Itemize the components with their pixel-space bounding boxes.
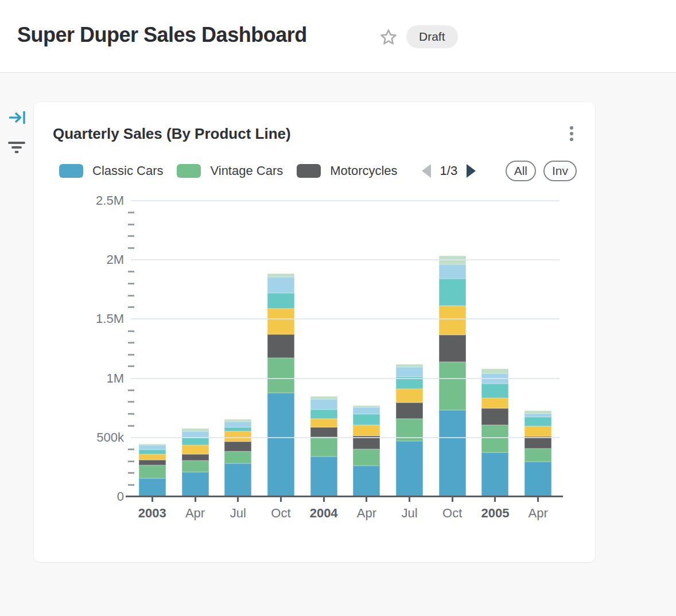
top-header: Super Duper Sales Dashboard Draft [0, 0, 676, 73]
bar-segment[interactable] [139, 450, 166, 454]
bar-stack [139, 444, 166, 496]
bar-stack [439, 256, 466, 496]
bar-group-Oct-7 [431, 201, 474, 496]
bar-group-Apr-9 [516, 201, 560, 496]
legend-pager: 1/3 [422, 163, 476, 178]
bar-segment[interactable] [267, 277, 294, 293]
x-axis-label-Jul: Jul [388, 506, 431, 521]
gridline-500k [131, 437, 560, 438]
bar-segment[interactable] [182, 454, 209, 461]
bar-segment[interactable] [481, 369, 508, 373]
bar-segment[interactable] [182, 472, 209, 496]
bar-segment[interactable] [139, 478, 166, 496]
gridline-1.5M [131, 318, 560, 319]
legend-label: Classic Cars [92, 163, 163, 178]
expand-panel-icon[interactable] [8, 109, 26, 128]
bar-group-Apr-1 [174, 201, 217, 496]
bar-segment[interactable] [481, 384, 508, 398]
x-axis-tick [195, 497, 196, 502]
bar-segment[interactable] [525, 462, 551, 496]
bar-segment[interactable] [182, 461, 209, 472]
bar-segment[interactable] [182, 438, 209, 445]
status-badge: Draft [406, 25, 458, 48]
bar-segment[interactable] [139, 445, 166, 449]
bar-segment[interactable] [310, 399, 337, 410]
bar-segment[interactable] [396, 389, 423, 403]
x-axis-tick [237, 497, 239, 502]
bar-segment[interactable] [439, 362, 466, 411]
bar-segment[interactable] [224, 463, 251, 496]
x-axis-label-Oct: Oct [431, 506, 474, 521]
bar-segment[interactable] [139, 454, 166, 460]
legend-invert-button[interactable]: Inv [543, 161, 577, 181]
legend-item-classic-cars[interactable]: Classic Cars [59, 163, 163, 178]
y-axis-label-2M: 2M [80, 254, 124, 266]
bar-segment[interactable] [481, 408, 508, 425]
bar-stack [353, 406, 380, 496]
bar-segment[interactable] [310, 457, 337, 496]
bar-segment[interactable] [353, 449, 380, 466]
bar-group-Oct-3 [259, 201, 302, 496]
y-axis-label-0: 0 [80, 490, 124, 503]
bar-segment[interactable] [139, 460, 166, 465]
bar-segment[interactable] [439, 264, 466, 279]
bar-segment[interactable] [396, 403, 423, 419]
bar-segment[interactable] [310, 410, 337, 418]
bar-segment[interactable] [525, 436, 551, 449]
bar-segment[interactable] [224, 431, 251, 442]
legend-item-motorcycles[interactable]: Motorcycles [297, 163, 397, 178]
bar-segment[interactable] [353, 407, 380, 414]
x-axis-tick [280, 497, 282, 502]
bar-segment[interactable] [439, 306, 466, 336]
bar-segment[interactable] [353, 425, 380, 436]
x-axis-label-Jul: Jul [216, 506, 259, 521]
bar-segment[interactable] [267, 309, 294, 334]
bar-segment[interactable] [396, 367, 423, 377]
bar-segment[interactable] [139, 465, 166, 478]
legend-prev-icon[interactable] [422, 164, 431, 178]
x-axis-label-Apr: Apr [516, 506, 560, 521]
bar-group-Apr-5 [345, 201, 388, 496]
bar-segment[interactable] [481, 398, 508, 409]
bar-segment[interactable] [353, 466, 380, 496]
legend-item-vintage-cars[interactable]: Vintage Cars [177, 163, 283, 178]
bar-segment[interactable] [267, 334, 294, 357]
bar-segment[interactable] [481, 453, 508, 496]
x-axis-tick [452, 497, 453, 502]
x-axis-tick [409, 497, 410, 502]
bar-segment[interactable] [525, 426, 551, 436]
legend-swatch [177, 164, 201, 178]
bar-segment[interactable] [224, 422, 251, 427]
gridline-1M [131, 378, 560, 379]
x-axis-label-2003: 2003 [131, 506, 174, 521]
bar-segment[interactable] [525, 417, 551, 427]
bar-segment[interactable] [224, 442, 251, 451]
x-axis-tick [323, 497, 325, 502]
bar-segment[interactable] [310, 419, 337, 427]
bar-segment[interactable] [525, 449, 551, 462]
bar-segment[interactable] [182, 445, 209, 454]
bar-segment[interactable] [439, 410, 466, 496]
bar-segment[interactable] [267, 393, 294, 496]
bar-segment[interactable] [439, 335, 466, 361]
x-axis-label-Apr: Apr [345, 506, 388, 521]
chart-card: Quarterly Sales (By Product Line) Classi… [34, 102, 595, 562]
bar-segment[interactable] [353, 414, 380, 426]
bar-stack [267, 274, 294, 496]
bar-segment[interactable] [310, 437, 337, 457]
bar-segment[interactable] [439, 279, 466, 305]
bar-segment[interactable] [267, 358, 294, 393]
bar-segment[interactable] [396, 441, 423, 496]
bar-group-Jul-2 [216, 201, 259, 496]
star-favorite-icon[interactable] [379, 28, 398, 47]
filter-icon[interactable] [8, 140, 25, 157]
bar-segment[interactable] [224, 451, 251, 464]
bar-stack [525, 411, 551, 496]
legend-select-all-button[interactable]: All [506, 161, 536, 181]
legend-next-icon[interactable] [467, 164, 476, 178]
bar-segment[interactable] [310, 427, 337, 437]
legend-page-indicator: 1/3 [440, 163, 458, 178]
card-menu-kebab-icon[interactable] [564, 126, 579, 146]
bar-segment[interactable] [481, 425, 508, 452]
bar-segment[interactable] [267, 293, 294, 309]
